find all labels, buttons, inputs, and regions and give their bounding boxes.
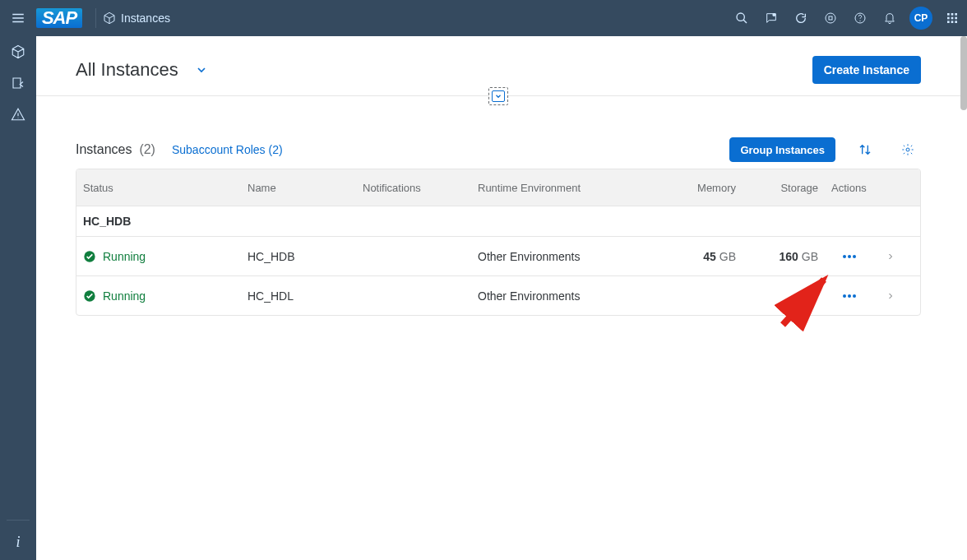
table-row[interactable]: Running HC_HDL Other Environments (76, 275, 920, 315)
name-cell: HC_HDB (241, 242, 356, 271)
feedback-button[interactable] (756, 0, 786, 36)
list-toolbar: Instances (2) Subaccount Roles (2) Group… (76, 121, 921, 169)
chevron-down-icon (195, 63, 208, 76)
breadcrumb-label: Instances (121, 12, 170, 25)
search-button[interactable] (727, 0, 756, 36)
svg-rect-11 (955, 17, 957, 20)
sort-icon (858, 143, 872, 156)
shellbar-divider (95, 8, 96, 28)
subaccount-roles-link[interactable]: Subaccount Roles (2) (172, 143, 283, 156)
svg-point-2 (826, 13, 835, 23)
runtime-cell: Other Environments (471, 281, 636, 311)
memory-cell: 45 GB (636, 242, 743, 271)
settings-button[interactable] (895, 137, 921, 162)
list-heading: Instances (2) (76, 142, 155, 157)
svg-point-0 (737, 13, 744, 21)
name-cell: HC_HDL (241, 281, 356, 311)
bell-icon (883, 12, 896, 25)
side-nav-separator (7, 520, 30, 521)
stop-button[interactable] (816, 0, 845, 36)
memory-cell (636, 288, 743, 304)
product-switch-button[interactable] (937, 0, 967, 36)
row-actions-button[interactable] (836, 286, 863, 306)
instances-table: Status Name Notifications Runtime Enviro… (76, 169, 921, 316)
svg-rect-9 (947, 17, 950, 20)
notifications-button[interactable] (875, 0, 905, 36)
col-status: Status (76, 182, 241, 194)
scrollbar-thumb[interactable] (960, 36, 967, 110)
sort-button[interactable] (852, 137, 878, 162)
check-circle-icon (83, 250, 96, 263)
alert-icon (11, 107, 25, 122)
list-heading-text: Instances (76, 142, 132, 156)
row-actions (825, 278, 874, 314)
col-notifications: Notifications (356, 182, 471, 194)
chevron-down-icon (494, 92, 502, 100)
stop-icon (824, 12, 837, 25)
refresh-icon (794, 12, 807, 25)
svg-rect-12 (947, 21, 950, 23)
storage-cell: 160 GB (743, 242, 825, 271)
header-collapse-handle[interactable] (488, 87, 508, 105)
sap-logo: SAP (36, 8, 82, 28)
status-cell: Running (76, 281, 241, 311)
import-icon (11, 76, 25, 90)
breadcrumb-instances[interactable]: Instances (103, 12, 170, 25)
avatar[interactable]: CP (909, 7, 932, 30)
chevron-right-icon (886, 291, 895, 301)
cube-icon (11, 44, 25, 59)
storage-cell (743, 288, 825, 304)
svg-point-15 (906, 148, 909, 151)
chevron-right-icon (886, 252, 895, 261)
help-icon (854, 12, 867, 25)
create-instance-button[interactable]: Create Instance (812, 56, 921, 84)
col-storage: Storage (743, 182, 825, 194)
row-drill-button[interactable] (874, 243, 907, 270)
col-runtime: Runtime Environment (471, 182, 636, 194)
notifications-cell (356, 248, 471, 265)
table-group-row[interactable]: HC_HDB (76, 206, 920, 236)
row-actions (825, 238, 874, 275)
svg-rect-3 (829, 16, 832, 20)
page-title: All Instances (76, 59, 178, 81)
check-circle-icon (83, 289, 96, 303)
main-content: All Instances Create Instance Instances … (36, 36, 960, 560)
left-side-nav: i (0, 36, 36, 560)
title-expand-button[interactable] (188, 57, 215, 83)
search-icon (735, 12, 748, 25)
notifications-cell (356, 288, 471, 304)
status-text: Running (103, 250, 146, 263)
svg-rect-10 (951, 17, 954, 20)
side-nav-import[interactable] (0, 67, 36, 99)
col-actions: Actions (825, 182, 874, 194)
status-text: Running (103, 289, 146, 303)
group-instances-button[interactable]: Group Instances (729, 137, 835, 162)
gear-icon (901, 143, 914, 156)
svg-rect-13 (951, 21, 954, 23)
table-header: Status Name Notifications Runtime Enviro… (76, 169, 920, 206)
refresh-button[interactable] (786, 0, 816, 36)
cube-icon (103, 12, 116, 25)
svg-rect-8 (955, 13, 957, 16)
svg-rect-7 (951, 13, 954, 16)
side-nav-alerts[interactable] (0, 99, 36, 130)
hamburger-icon (11, 11, 25, 25)
svg-point-1 (772, 13, 775, 16)
runtime-cell: Other Environments (471, 242, 636, 271)
grid-icon (946, 12, 959, 25)
row-actions-button[interactable] (836, 247, 863, 266)
table-row[interactable]: Running HC_HDB Other Environments 45 GB … (76, 236, 920, 275)
menu-button[interactable] (0, 0, 36, 36)
side-nav-overview[interactable] (0, 36, 36, 67)
col-memory: Memory (636, 182, 743, 194)
help-button[interactable] (845, 0, 875, 36)
svg-rect-6 (947, 13, 950, 16)
svg-rect-14 (955, 21, 957, 23)
page-header: All Instances Create Instance (36, 36, 960, 96)
svg-point-5 (859, 21, 860, 21)
col-name: Name (241, 182, 356, 194)
shell-bar: SAP Instances CP (0, 0, 967, 36)
side-nav-info[interactable]: i (0, 524, 36, 560)
row-drill-button[interactable] (874, 283, 907, 309)
list-count: (2) (136, 142, 155, 156)
